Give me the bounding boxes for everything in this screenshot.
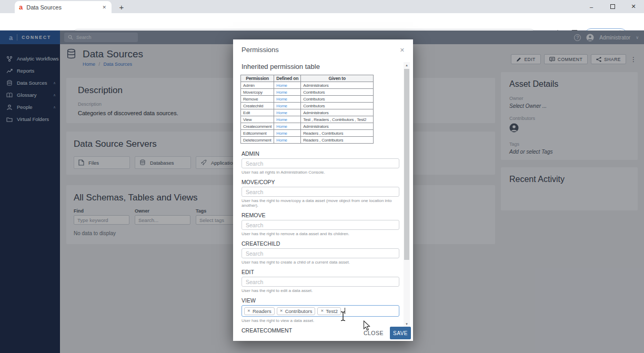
permission-section-description: User has the right to remove a data asse… — [242, 231, 398, 236]
selected-group-chip[interactable]: ✕Contributors — [277, 307, 316, 315]
remove-chip-icon[interactable]: ✕ — [247, 309, 250, 313]
defined-on-cell: Home — [274, 130, 301, 137]
permission-section-description: User has all rights in Administration Co… — [242, 170, 398, 175]
permission-cell: Createcomment — [241, 123, 274, 130]
new-tab-button[interactable]: + — [117, 2, 126, 12]
defined-on-link[interactable]: Home — [276, 104, 287, 108]
permission-table-row: Move/copy Home Contributors — [241, 89, 374, 96]
permission-section-label: ADMIN — [242, 150, 398, 157]
defined-on-link[interactable]: Home — [276, 90, 287, 95]
view-section-label: VIEW — [242, 297, 398, 304]
permission-cell: Editcomment — [241, 130, 274, 137]
defined-on-cell: Home — [274, 96, 301, 103]
permission-section-label: EDIT — [242, 269, 398, 275]
view-groups-input[interactable]: ✕Readers ✕Contributors ✕Test2 — [242, 305, 399, 317]
permission-section-description: User has the right to move/copy a data a… — [242, 198, 398, 208]
permission-cell: View — [241, 116, 274, 123]
browser-tab-strip: a Data Sources ✕ + – ✕ — [0, 0, 644, 13]
maximize-icon[interactable] — [602, 0, 623, 13]
permission-table-row: Edit Home Administrators — [241, 109, 374, 116]
given-to-cell: Readers , Contributors — [301, 137, 374, 144]
permission-sections: ADMIN User has all rights in Administrat… — [242, 150, 398, 334]
col-header-permission: Permission — [241, 75, 274, 82]
defined-on-link[interactable]: Home — [276, 97, 287, 102]
modal-close-icon[interactable]: ✕ — [399, 46, 406, 55]
given-to-cell: Administrators — [301, 123, 374, 130]
col-header-defined-on: Defined on — [274, 75, 301, 82]
permission-section-label: REMOVE — [242, 212, 398, 218]
modal-footer: CLOSE SAVE — [364, 327, 411, 339]
permission-search-input[interactable] — [242, 187, 399, 197]
window-close-icon[interactable]: ✕ — [623, 0, 644, 13]
permission-table-row: Remove Home Contributors — [241, 96, 374, 103]
given-to-cell: Contributors — [301, 89, 374, 96]
permission-cell: Createchild — [241, 103, 274, 109]
remove-chip-icon[interactable]: ✕ — [320, 309, 324, 313]
browser-toolbar: ← → ↻ ⌂ i localhost:8080/viewentry?xid=f… — [0, 13, 644, 31]
permission-cell: Move/copy — [241, 89, 274, 96]
selected-group-chip[interactable]: ✕Readers — [244, 307, 275, 315]
permission-cell: Deletecomment — [241, 137, 274, 144]
permission-cell: Admin — [241, 82, 274, 89]
defined-on-cell: Home — [274, 116, 301, 123]
defined-on-cell: Home — [274, 89, 301, 96]
inherited-permission-table: Permission Defined on Given to Admin Hom… — [240, 75, 374, 144]
permission-section-label: MOVE/COPY — [242, 179, 398, 185]
view-section: VIEW ✕Readers ✕Contributors ✕Test2 User … — [242, 297, 398, 323]
permission-section-description: User has the right to create a child of … — [242, 260, 398, 265]
defined-on-link[interactable]: Home — [276, 83, 287, 88]
site-favicon-icon: a — [19, 4, 23, 11]
permission-section-label: CREATECHILD — [242, 240, 398, 247]
permission-table-row: Createcomment Home Administrators — [241, 123, 374, 130]
permission-cell: Remove — [241, 96, 274, 103]
defined-on-cell: Home — [274, 82, 301, 89]
remove-chip-icon[interactable]: ✕ — [280, 309, 283, 313]
inherited-table-heading: Inherited permission table — [242, 63, 405, 70]
defined-on-link[interactable]: Home — [276, 117, 287, 122]
given-to-cell: Readers , Contributors — [301, 130, 374, 137]
table-header-row: Permission Defined on Given to — [241, 75, 374, 82]
permission-search-input[interactable] — [242, 220, 399, 230]
defined-on-cell: Home — [274, 123, 301, 130]
permission-search-input[interactable] — [242, 248, 399, 258]
defined-on-link[interactable]: Home — [276, 110, 287, 115]
permission-search-input[interactable] — [242, 277, 399, 287]
permission-section-description: User has the right to edit a data asset. — [242, 288, 398, 293]
text-caret — [345, 308, 345, 314]
defined-on-cell: Home — [274, 109, 301, 116]
defined-on-link[interactable]: Home — [276, 131, 287, 136]
permission-table-row: Deletecomment Home Readers , Contributor… — [241, 137, 374, 144]
scrollbar-thumb[interactable] — [404, 69, 409, 260]
selected-group-chip[interactable]: ✕Test2 — [317, 307, 341, 315]
maximize-box — [610, 4, 615, 9]
window-controls: – ✕ — [581, 0, 644, 13]
defined-on-link[interactable]: Home — [276, 124, 287, 129]
scroll-up-icon[interactable]: ▲ — [404, 62, 410, 68]
col-header-given-to: Given to — [301, 75, 374, 82]
defined-on-cell: Home — [274, 137, 301, 144]
screen: a Data Sources ✕ + – ✕ ← → ↻ ⌂ i localho… — [0, 0, 644, 353]
permissions-modal: Permissions ✕ Inherited permission table… — [233, 39, 413, 341]
given-to-cell: Contributors — [301, 96, 374, 103]
permission-search-input[interactable] — [242, 158, 399, 168]
tab-title: Data Sources — [26, 4, 97, 11]
save-button[interactable]: SAVE — [390, 327, 411, 339]
given-to-cell: Test , Readers , Contributors , Test2 — [301, 116, 374, 123]
browser-tab[interactable]: a Data Sources ✕ — [15, 1, 112, 13]
given-to-cell: Administrators — [301, 109, 374, 116]
permission-table-row: Createchild Home Contributors — [241, 103, 374, 109]
given-to-cell: Contributors — [301, 103, 374, 109]
minimize-icon[interactable]: – — [581, 0, 602, 13]
defined-on-cell: Home — [274, 103, 301, 109]
tab-close-icon[interactable]: ✕ — [101, 4, 107, 11]
close-button[interactable]: CLOSE — [364, 330, 384, 336]
permission-table-row: Editcomment Home Readers , Contributors — [241, 130, 374, 137]
defined-on-link[interactable]: Home — [276, 138, 287, 143]
permission-table-row: Admin Home Administrators — [241, 82, 374, 89]
given-to-cell: Administrators — [301, 82, 374, 89]
permission-table-row: View Home Test , Readers , Contributors … — [241, 116, 374, 123]
permission-cell: Edit — [241, 109, 274, 116]
view-section-description: User has the right to view a data asset. — [242, 318, 398, 323]
modal-scrollbar[interactable]: ▲ ▼ — [404, 62, 410, 327]
modal-title: Permissions — [242, 46, 279, 54]
